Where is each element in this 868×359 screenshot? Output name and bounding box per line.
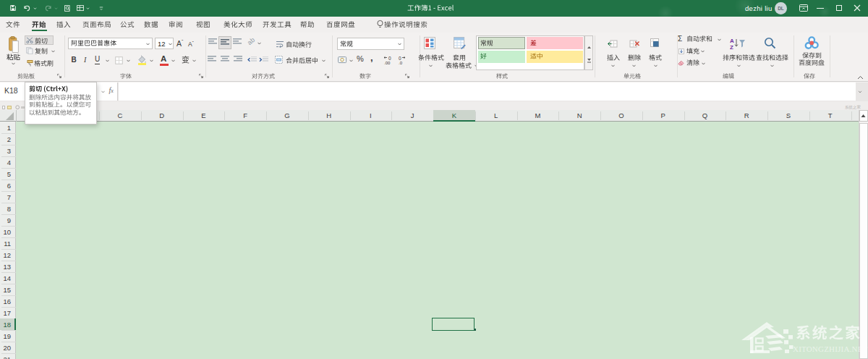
svg-text:.00: .00 — [384, 61, 391, 65]
svg-text:.0: .0 — [399, 61, 403, 65]
svg-text:Z: Z — [730, 44, 733, 50]
